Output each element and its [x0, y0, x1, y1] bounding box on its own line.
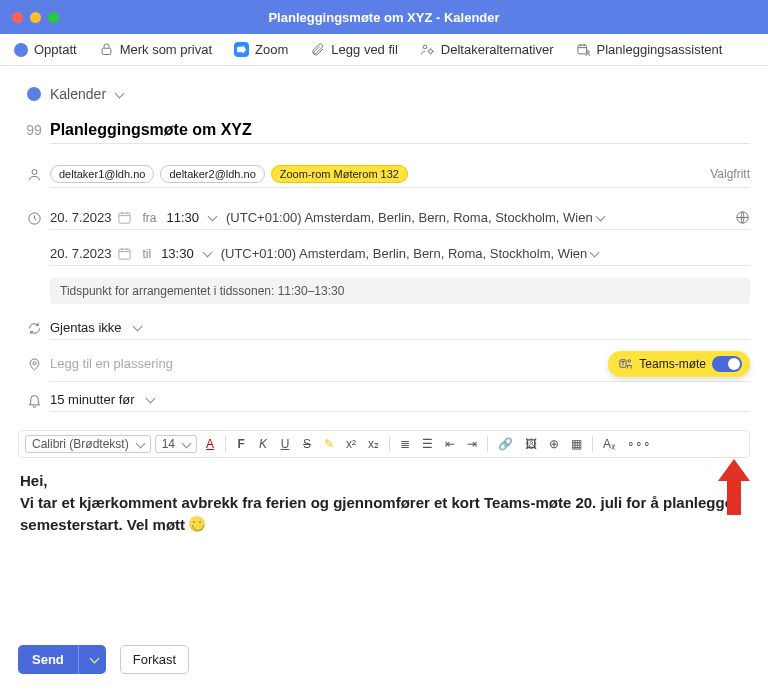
zoom-button[interactable]: Zoom — [234, 42, 288, 57]
calendar-color-icon — [27, 87, 41, 101]
teams-icon — [618, 356, 633, 371]
chevron-down-icon — [202, 248, 212, 258]
window-controls — [0, 12, 59, 23]
send-dropdown[interactable] — [78, 645, 106, 674]
bullet-list-button[interactable]: ≣ — [396, 435, 414, 453]
subject-input[interactable] — [50, 117, 750, 144]
image-button[interactable]: 🖼 — [521, 435, 541, 453]
location-field[interactable]: Legg til en plassering Teams-møte — [50, 347, 750, 382]
smile-emoji-icon — [189, 516, 205, 532]
superscript-button[interactable]: x² — [342, 435, 360, 453]
font-color-button[interactable]: A — [201, 435, 219, 453]
chevron-down-icon — [182, 438, 192, 448]
body-text: Vi tar et kjærkomment avbrekk fra ferien… — [20, 494, 733, 533]
attendee-chip[interactable]: deltaker2@ldh.no — [160, 165, 264, 183]
svg-point-2 — [429, 50, 433, 54]
svg-point-12 — [628, 360, 631, 363]
highlight-button[interactable]: ✎ — [320, 435, 338, 453]
body-greeting: Hei, — [20, 470, 748, 492]
message-body[interactable]: Hei, Vi tar et kjærkomment avbrekk fra f… — [18, 466, 750, 539]
svg-rect-7 — [119, 213, 130, 223]
status-button[interactable]: Opptatt — [14, 42, 77, 57]
people-gear-icon — [420, 42, 435, 57]
chevron-down-icon — [590, 248, 600, 258]
participant-options-button[interactable]: Deltakeralternativer — [420, 42, 554, 57]
outdent-button[interactable]: ⇤ — [441, 435, 459, 453]
attachment-button[interactable]: 🔗 — [494, 435, 517, 453]
calendar-person-icon — [576, 42, 591, 57]
recurrence-field[interactable]: Gjentas ikke — [50, 316, 750, 340]
send-button[interactable]: Send — [18, 645, 106, 674]
optional-attendees-link[interactable]: Valgfritt — [710, 167, 750, 181]
window-title: Planleggingsmøte om XYZ - Kalender — [0, 10, 768, 25]
start-timezone-field[interactable]: (UTC+01:00) Amsterdam, Berlin, Bern, Rom… — [226, 210, 725, 225]
attendees-field[interactable]: deltaker1@ldh.no deltaker2@ldh.no Zoom-r… — [50, 160, 750, 188]
location-row: Legg til en plassering Teams-møte — [18, 346, 750, 382]
end-date-field[interactable]: 20. 7.2023 — [50, 246, 132, 261]
form-area: Kalender 99 deltaker1@ldh.no deltaker2@l… — [0, 66, 768, 539]
svg-rect-0 — [102, 48, 111, 54]
svg-point-1 — [423, 45, 427, 49]
close-window-button[interactable] — [12, 12, 23, 23]
indent-button[interactable]: ⇥ — [463, 435, 481, 453]
teams-meeting-toggle[interactable]: Teams-møte — [608, 351, 750, 377]
font-family-select[interactable]: Calibri (Brødtekst) — [25, 435, 151, 453]
table-button[interactable]: ▦ — [567, 435, 586, 453]
calendar-icon — [117, 246, 132, 261]
svg-rect-9 — [119, 249, 130, 259]
end-tz-value: (UTC+01:00) Amsterdam, Berlin, Bern, Rom… — [221, 246, 588, 261]
zoom-icon — [234, 42, 249, 57]
link-button[interactable]: ⊕ — [545, 435, 563, 453]
subject-row: 99 — [18, 112, 750, 148]
reminder-value: 15 minutter før — [50, 392, 135, 407]
calendar-name: Kalender — [50, 86, 106, 102]
bold-button[interactable]: F — [232, 435, 250, 453]
subscript-button[interactable]: x₂ — [364, 435, 383, 453]
timezone-banner: Tidspunkt for arrangementet i tidssonen:… — [50, 278, 750, 304]
send-button-label: Send — [18, 645, 78, 674]
font-size-select[interactable]: 14 — [155, 435, 197, 453]
toolbar: Opptatt Merk som privat Zoom Legg ved fi… — [0, 34, 768, 66]
footer: Send Forkast — [18, 645, 189, 674]
attendee-chip[interactable]: deltaker1@ldh.no — [50, 165, 154, 183]
bell-icon — [27, 393, 42, 408]
minimize-window-button[interactable] — [30, 12, 41, 23]
lock-icon — [99, 42, 114, 57]
chevron-down-icon — [145, 394, 155, 404]
underline-button[interactable]: U — [276, 435, 294, 453]
zoom-label: Zoom — [255, 42, 288, 57]
italic-button[interactable]: K — [254, 435, 272, 453]
location-placeholder: Legg til en plassering — [50, 356, 173, 371]
participant-options-label: Deltakeralternativer — [441, 42, 554, 57]
calendar-row: Kalender — [18, 76, 750, 112]
maximize-window-button[interactable] — [48, 12, 59, 23]
start-date-field[interactable]: 20. 7.2023 — [50, 210, 132, 225]
mark-private-button[interactable]: Merk som privat — [99, 42, 212, 57]
chevron-down-icon — [135, 438, 145, 448]
attach-button[interactable]: Legg ved fil — [310, 42, 398, 57]
chevron-down-icon — [115, 88, 125, 98]
end-time-value: 13:30 — [161, 246, 194, 261]
end-timezone-field[interactable]: (UTC+01:00) Amsterdam, Berlin, Bern, Rom… — [221, 246, 750, 261]
attach-label: Legg ved fil — [331, 42, 398, 57]
strike-button[interactable]: S — [298, 435, 316, 453]
calendar-selector[interactable]: Kalender — [50, 86, 123, 102]
more-format-button[interactable]: ∘∘∘ — [623, 435, 655, 453]
recurrence-value: Gjentas ikke — [50, 320, 122, 335]
globe-icon[interactable] — [735, 210, 750, 225]
reminder-field[interactable]: 15 minutter før — [50, 388, 750, 412]
svg-point-5 — [32, 169, 37, 174]
status-label: Opptatt — [34, 42, 77, 57]
clear-format-button[interactable]: Aᵪ — [599, 435, 619, 453]
scheduling-assistant-button[interactable]: Planleggingsassistent — [576, 42, 723, 57]
start-time-field[interactable]: 11:30 — [166, 210, 216, 225]
recurrence-icon — [27, 321, 42, 336]
start-time-value: 11:30 — [166, 210, 199, 225]
number-list-button[interactable]: ☰ — [418, 435, 437, 453]
room-chip[interactable]: Zoom-rom Møterom 132 — [271, 165, 408, 183]
paperclip-icon — [310, 42, 325, 57]
person-icon — [27, 167, 42, 182]
end-time-field[interactable]: 13:30 — [161, 246, 211, 261]
start-row: 20. 7.2023 fra 11:30 (UTC+01:00) Amsterd… — [18, 200, 750, 236]
discard-button[interactable]: Forkast — [120, 645, 189, 674]
